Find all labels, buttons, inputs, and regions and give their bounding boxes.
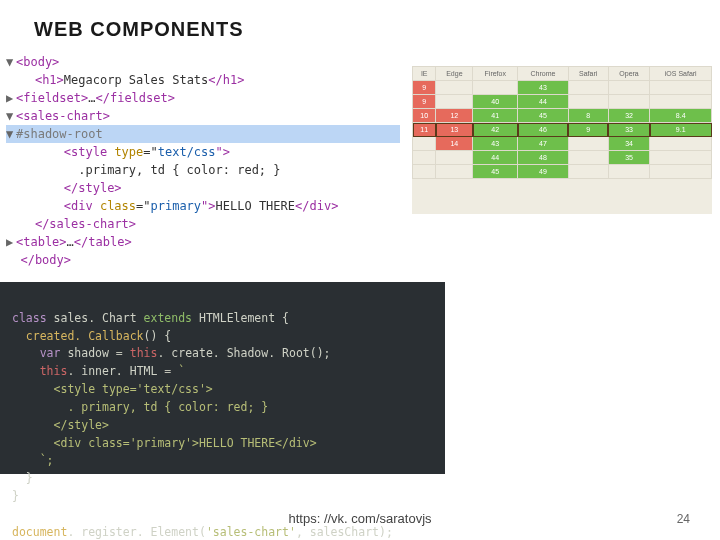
- compat-row: 444835: [413, 151, 712, 165]
- compat-header: Opera: [608, 67, 650, 81]
- compat-header: Firefox: [473, 67, 518, 81]
- compat-cell: [608, 95, 650, 109]
- compat-header: Edge: [436, 67, 473, 81]
- devtools-dom-tree: ▼ <body> <h1>Megacorp Sales Stats</h1> ▶…: [0, 53, 400, 269]
- compat-cell: [413, 165, 436, 179]
- page-number: 24: [677, 512, 690, 526]
- compat-cell: 32: [608, 109, 650, 123]
- compat-cell: 47: [518, 137, 568, 151]
- compat-cell: 43: [518, 81, 568, 95]
- compat-cell: 9: [413, 81, 436, 95]
- tag-table-open: <table>: [16, 235, 67, 249]
- caret-down-icon: ▼: [6, 125, 16, 143]
- caret-down-icon: ▼: [6, 53, 16, 71]
- compat-cell: 43: [473, 137, 518, 151]
- rest: , salesChart);: [296, 525, 393, 539]
- compat-cell: 49: [518, 165, 568, 179]
- h1-text: Megacorp Sales Stats: [64, 73, 209, 87]
- tag-fieldset-open: <fieldset>: [16, 91, 88, 105]
- kw-class: class: [12, 311, 47, 325]
- compat-cell: 44: [518, 95, 568, 109]
- compat-cell: [436, 81, 473, 95]
- compat-cell: [436, 151, 473, 165]
- eq: =": [136, 199, 150, 213]
- compat-cell: 14: [436, 137, 473, 151]
- compat-cell: 9: [568, 123, 608, 137]
- compat-row: 943: [413, 81, 712, 95]
- compat-cell: [436, 95, 473, 109]
- compat-header: Safari: [568, 67, 608, 81]
- compat-cell: [436, 165, 473, 179]
- brace: }: [12, 471, 33, 485]
- compat-row: 4549: [413, 165, 712, 179]
- ellipsis: …: [67, 235, 74, 249]
- footer-url: https: //vk. com/saratovjs: [0, 511, 720, 526]
- compat-cell: 9: [413, 95, 436, 109]
- compat-cell: [473, 81, 518, 95]
- class-name: sales. Chart: [47, 311, 144, 325]
- tpl-line: <style type='text/css'>: [12, 382, 213, 396]
- compat-header: iOS Safari: [650, 67, 712, 81]
- compat-cell: 45: [518, 109, 568, 123]
- div-text: HELLO THERE: [216, 199, 295, 213]
- compat-cell: 12: [436, 109, 473, 123]
- shadow-root-label: #shadow-root: [16, 127, 103, 141]
- compat-row: 101241458328.4: [413, 109, 712, 123]
- compat-cell: [568, 81, 608, 95]
- kw-extends: extends: [144, 311, 192, 325]
- tag-style-close: </style>: [6, 181, 122, 195]
- compat-cell: [608, 81, 650, 95]
- tag-div-close: </div>: [295, 199, 338, 213]
- compat-cell: 45: [473, 165, 518, 179]
- caret-right-icon: ▶: [6, 89, 16, 107]
- compat-cell: 13: [436, 123, 473, 137]
- doc-obj: document: [12, 525, 67, 539]
- compat-cell: [568, 165, 608, 179]
- compat-cell: [568, 137, 608, 151]
- method-name: created. Callback: [12, 329, 144, 343]
- compat-cell: 11: [413, 123, 436, 137]
- compat-row: 111342469339.1: [413, 123, 712, 137]
- compat-cell: [650, 165, 712, 179]
- str-arg: 'sales-chart': [206, 525, 296, 539]
- prop: . inner. HTML: [67, 364, 164, 378]
- compat-cell: 34: [608, 137, 650, 151]
- compat-cell: 42: [473, 123, 518, 137]
- tag-fieldset-close: </fieldset>: [95, 91, 174, 105]
- call: . register. Element(: [67, 525, 205, 539]
- compat-cell: 40: [473, 95, 518, 109]
- tag-style-open: <style: [64, 145, 115, 159]
- compat-table: IEEdgeFirefoxChromeSafariOperaiOS Safari…: [412, 66, 712, 214]
- compat-cell: 33: [608, 123, 650, 137]
- tag-h1-close: </h1>: [208, 73, 244, 87]
- compat-row: 94044: [413, 95, 712, 109]
- css-rule: .primary, td { color: red; }: [6, 163, 281, 177]
- var-name: shadow: [60, 346, 115, 360]
- compat-header: Chrome: [518, 67, 568, 81]
- indent: [6, 199, 64, 213]
- js-source-pane: class sales. Chart extends HTMLElement {…: [0, 282, 445, 474]
- compat-cell: [568, 95, 608, 109]
- attr-class: class: [100, 199, 136, 213]
- tag-body: <body>: [16, 55, 59, 69]
- brace: HTMLElement {: [192, 311, 289, 325]
- kw-var: var: [12, 346, 60, 360]
- attr-type: type: [114, 145, 143, 159]
- tag-sales-chart-close: </sales-chart>: [35, 217, 136, 231]
- slide-title: WEB COMPONENTS: [0, 0, 720, 53]
- attr-class-val: primary: [151, 199, 202, 213]
- compat-cell: [650, 81, 712, 95]
- tag-close: ">: [216, 145, 230, 159]
- compat-cell: 8.4: [650, 109, 712, 123]
- tag-table-close: </table>: [74, 235, 132, 249]
- compat-cell: [650, 151, 712, 165]
- eq: =": [143, 145, 157, 159]
- indent: [6, 145, 64, 159]
- compat-cell: 35: [608, 151, 650, 165]
- compat-cell: [568, 151, 608, 165]
- tpl-line: </style>: [12, 418, 109, 432]
- tpl-line: . primary, td { color: red; }: [12, 400, 268, 414]
- compat-header: IE: [413, 67, 436, 81]
- tpl-line: <div class='primary'>HELLO THERE</div>: [12, 436, 317, 450]
- caret-right-icon: ▶: [6, 233, 16, 251]
